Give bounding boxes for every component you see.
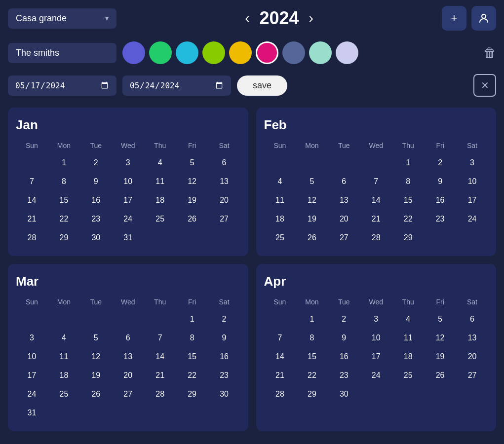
- calendar-day[interactable]: 9: [80, 173, 112, 190]
- start-date-field[interactable]: [15, 80, 110, 91]
- calendar-day[interactable]: 14: [264, 348, 296, 365]
- calendar-day[interactable]: 4: [144, 154, 176, 171]
- calendar-day[interactable]: 12: [424, 330, 456, 346]
- calendar-day[interactable]: 9: [328, 330, 360, 346]
- calendar-day[interactable]: 11: [48, 348, 80, 365]
- calendar-day[interactable]: 12: [176, 173, 208, 190]
- calendar-day[interactable]: 27: [208, 211, 240, 227]
- calendar-day[interactable]: 7: [16, 173, 48, 190]
- add-button[interactable]: +: [442, 6, 466, 31]
- calendar-day[interactable]: 25: [264, 229, 296, 246]
- calendar-day[interactable]: 3: [360, 311, 392, 328]
- calendar-day[interactable]: 17: [16, 367, 48, 384]
- calendar-day[interactable]: 15: [296, 348, 328, 365]
- calendar-day[interactable]: 20: [328, 211, 360, 227]
- color-blue-gray-button[interactable]: [282, 41, 305, 64]
- calendar-day[interactable]: 21: [264, 367, 296, 384]
- calendar-day[interactable]: 5: [296, 173, 328, 190]
- calendar-day[interactable]: 23: [328, 367, 360, 384]
- calendar-day[interactable]: 17: [112, 192, 144, 209]
- calendar-day[interactable]: 9: [208, 330, 240, 346]
- calendar-day[interactable]: 27: [456, 367, 488, 384]
- calendar-day[interactable]: 28: [16, 229, 48, 246]
- calendar-day[interactable]: 5: [176, 154, 208, 171]
- calendar-day[interactable]: 5: [424, 311, 456, 328]
- color-lime-button[interactable]: [202, 41, 225, 64]
- calendar-day[interactable]: 28: [264, 386, 296, 403]
- calendar-day[interactable]: 26: [424, 367, 456, 384]
- calendar-day[interactable]: 11: [392, 330, 424, 346]
- color-purple-button[interactable]: [122, 41, 145, 64]
- calendar-day[interactable]: 25: [392, 367, 424, 384]
- calendar-day[interactable]: 13: [456, 330, 488, 346]
- calendar-day[interactable]: 11: [144, 173, 176, 190]
- name-input[interactable]: [8, 43, 116, 63]
- calendar-day[interactable]: 8: [392, 173, 424, 190]
- end-date-field[interactable]: [129, 80, 224, 91]
- calendar-day[interactable]: 24: [360, 367, 392, 384]
- calendar-day[interactable]: 12: [296, 192, 328, 209]
- calendar-day[interactable]: 26: [176, 211, 208, 227]
- calendar-day[interactable]: 22: [48, 211, 80, 227]
- calendar-day[interactable]: 26: [296, 229, 328, 246]
- calendar-day[interactable]: 3: [16, 330, 48, 346]
- calendar-day[interactable]: 29: [48, 229, 80, 246]
- calendar-day[interactable]: 2: [80, 154, 112, 171]
- calendar-day[interactable]: 11: [264, 192, 296, 209]
- calendar-day[interactable]: 28: [144, 386, 176, 403]
- calendar-day[interactable]: 2: [208, 311, 240, 328]
- calendar-day[interactable]: 7: [144, 330, 176, 346]
- color-pink-button[interactable]: [256, 41, 278, 64]
- calendar-day[interactable]: 25: [144, 211, 176, 227]
- calendar-day[interactable]: 18: [48, 367, 80, 384]
- end-date-input[interactable]: [122, 75, 231, 96]
- calendar-day[interactable]: 16: [328, 348, 360, 365]
- calendar-day[interactable]: 24: [16, 386, 48, 403]
- calendar-day[interactable]: 15: [48, 192, 80, 209]
- calendar-day[interactable]: 16: [208, 348, 240, 365]
- calendar-day[interactable]: 28: [360, 229, 392, 246]
- calendar-day[interactable]: 3: [456, 154, 488, 171]
- calendar-day[interactable]: 13: [328, 192, 360, 209]
- calendar-day[interactable]: 19: [176, 192, 208, 209]
- calendar-day[interactable]: 29: [296, 386, 328, 403]
- calendar-day[interactable]: 6: [456, 311, 488, 328]
- save-button[interactable]: save: [237, 75, 287, 96]
- calendar-day[interactable]: 27: [328, 229, 360, 246]
- calendar-day[interactable]: 20: [112, 367, 144, 384]
- calendar-day[interactable]: 1: [296, 311, 328, 328]
- calendar-day[interactable]: 23: [424, 211, 456, 227]
- profile-button[interactable]: [471, 6, 496, 31]
- delete-button[interactable]: 🗑: [483, 45, 496, 61]
- calendar-day[interactable]: 31: [16, 405, 48, 421]
- calendar-day[interactable]: 2: [328, 311, 360, 328]
- calendar-day[interactable]: 10: [112, 173, 144, 190]
- calendar-day[interactable]: 1: [48, 154, 80, 171]
- calendar-day[interactable]: 6: [112, 330, 144, 346]
- calendar-day[interactable]: 15: [176, 348, 208, 365]
- calendar-day[interactable]: 26: [80, 386, 112, 403]
- calendar-day[interactable]: 2: [424, 154, 456, 171]
- calendar-day[interactable]: 31: [112, 229, 144, 246]
- next-year-button[interactable]: ›: [307, 10, 315, 26]
- color-mint-button[interactable]: [309, 41, 332, 64]
- close-button[interactable]: ✕: [473, 74, 496, 97]
- calendar-day[interactable]: 13: [112, 348, 144, 365]
- calendar-day[interactable]: 18: [392, 348, 424, 365]
- calendar-day[interactable]: 16: [424, 192, 456, 209]
- calendar-day[interactable]: 10: [16, 348, 48, 365]
- calendar-day[interactable]: 4: [392, 311, 424, 328]
- calendar-day[interactable]: 19: [296, 211, 328, 227]
- calendar-day[interactable]: 8: [48, 173, 80, 190]
- calendar-day[interactable]: 21: [360, 211, 392, 227]
- calendar-day[interactable]: 23: [80, 211, 112, 227]
- calendar-day[interactable]: 1: [392, 154, 424, 171]
- calendar-day[interactable]: 18: [144, 192, 176, 209]
- calendar-day[interactable]: 20: [456, 348, 488, 365]
- calendar-day[interactable]: 3: [112, 154, 144, 171]
- calendar-day[interactable]: 10: [360, 330, 392, 346]
- calendar-day[interactable]: 15: [392, 192, 424, 209]
- calendar-day[interactable]: 29: [176, 386, 208, 403]
- start-date-input[interactable]: [8, 75, 116, 96]
- calendar-day[interactable]: 13: [208, 173, 240, 190]
